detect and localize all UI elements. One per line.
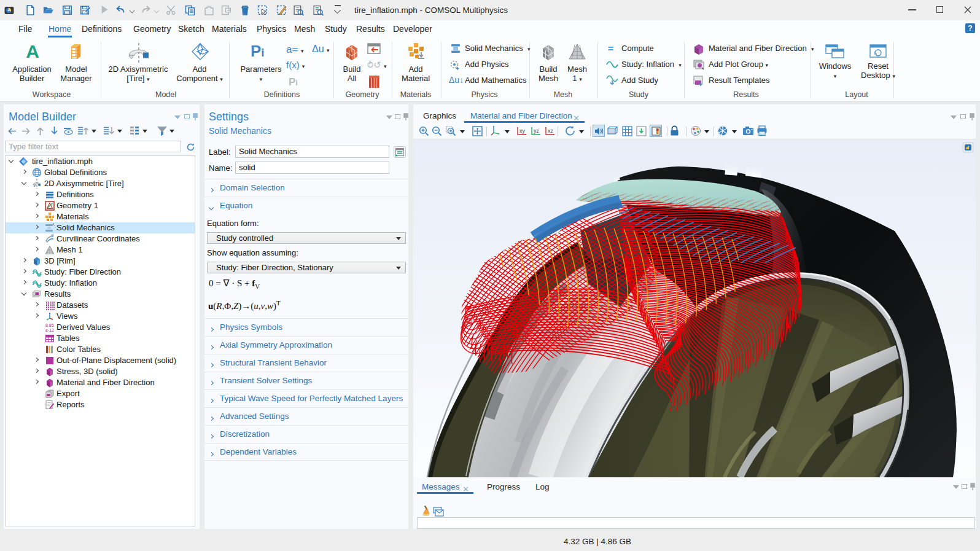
svg-text:xz: xz	[548, 128, 554, 134]
svg-text:xy: xy	[519, 128, 526, 134]
svg-text:8.85: 8.85	[45, 323, 54, 327]
svg-text:e-12: e-12	[45, 328, 54, 332]
svg-text:yz: yz	[534, 128, 540, 134]
